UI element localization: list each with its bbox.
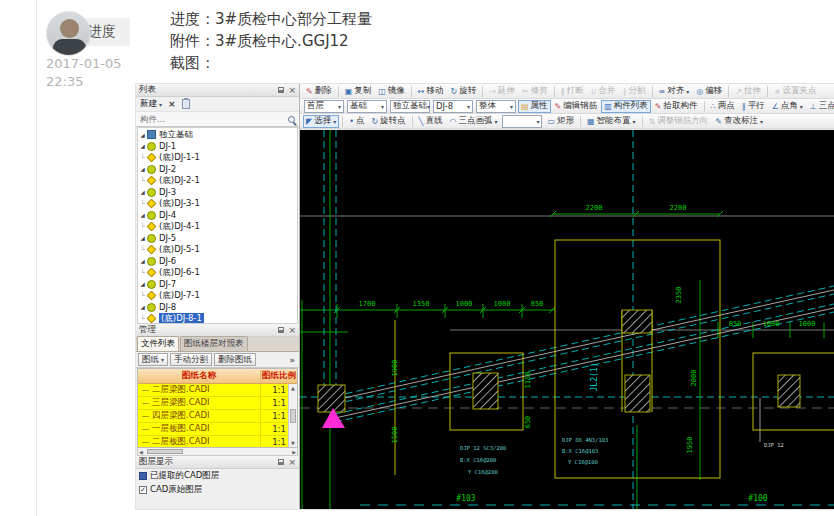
vertical-scrollbar[interactable]: ▲ ▼: [288, 384, 297, 447]
search-icon[interactable]: [288, 116, 295, 123]
toolbar-button-split[interactable]: ∤分割: [620, 85, 649, 98]
toolbar-button-point-angle[interactable]: ∠点角▾: [769, 100, 806, 113]
delete-component-button[interactable]: ×: [168, 99, 176, 109]
layer-option[interactable]: 已提取的CAD图层: [136, 469, 299, 483]
tree-child-item[interactable]: └(底)DJ-3-1: [138, 198, 297, 210]
pin-icon[interactable]: [278, 459, 284, 465]
tree-parent-item[interactable]: ◢DJ-8: [138, 302, 297, 314]
toolbar-button-line[interactable]: ╲直线: [416, 115, 446, 128]
tree-expander-icon[interactable]: ◢: [138, 132, 147, 138]
toolbar-button-offset[interactable]: ◎偏移: [693, 85, 725, 98]
toolbar-button-edit-annotation[interactable]: ✎查改标注▾: [712, 115, 766, 128]
toolbar-button-adjust-rebar[interactable]: ⇅调整钢筋方向: [646, 115, 712, 128]
tree-parent-item[interactable]: ◢DJ-6: [138, 256, 297, 268]
toolbar-button-rotate-point[interactable]: ↻旋转点: [368, 115, 408, 128]
toolbar-button-point[interactable]: •点: [346, 115, 367, 128]
cad-canvas[interactable]: 2200220017001350100010008508501000100023…: [300, 130, 834, 509]
tab-floor-mapping[interactable]: 图纸楼层对照表: [180, 336, 248, 351]
component-search-input[interactable]: [140, 114, 286, 124]
tree-root-item[interactable]: ◢独立基础: [138, 129, 297, 141]
checkbox-icon[interactable]: ✓: [139, 486, 147, 494]
toolbar-button-grip[interactable]: ∗设置夹点: [771, 85, 820, 98]
table-row[interactable]: 一层板图.CADI1:1: [138, 423, 297, 436]
tree-parent-item[interactable]: ◢DJ-2: [138, 164, 297, 176]
tree-expander-icon[interactable]: ◢: [138, 235, 147, 241]
pin-icon[interactable]: [278, 87, 284, 93]
tree-parent-item[interactable]: ◢DJ-4: [138, 210, 297, 222]
tree-child-item[interactable]: └(底)DJ-5-1: [138, 244, 297, 256]
scroll-right-icon[interactable]: ▶: [292, 449, 296, 455]
add-drawing-button[interactable]: 图纸 ▾: [138, 353, 168, 366]
avatar[interactable]: [46, 11, 91, 56]
toolbar-button-rotate[interactable]: ↻旋转: [448, 85, 480, 98]
tree-child-item[interactable]: └(底)DJ-8-1: [138, 313, 297, 324]
toolbar-button-extend[interactable]: →延伸: [486, 85, 518, 98]
tree-child-item[interactable]: └(底)DJ-1-1: [138, 152, 297, 164]
toolbar-button-trim[interactable]: ✂修剪: [519, 85, 551, 98]
toolbar-button-merge[interactable]: ∪合并: [588, 85, 619, 98]
toolbar-button-break[interactable]: ∦打断: [558, 85, 587, 98]
tree-parent-item[interactable]: ◢DJ-3: [138, 187, 297, 199]
toolbar-button-copy[interactable]: ▣复制: [342, 85, 375, 98]
manual-split-button[interactable]: 手动分割: [170, 353, 212, 366]
pin-icon[interactable]: [278, 327, 284, 333]
layer-select-combo[interactable]: 首层▾: [304, 100, 344, 113]
attachment-line[interactable]: 附件：3#质检中心.GGJ12: [170, 30, 372, 52]
delete-drawing-button[interactable]: 删除图纸: [214, 353, 256, 366]
close-icon[interactable]: ×: [288, 86, 296, 95]
tree-parent-item[interactable]: ◢DJ-1: [138, 141, 297, 153]
toolbar-button-properties[interactable]: ▤属性: [518, 100, 551, 113]
scrollbar-thumb[interactable]: [290, 409, 296, 423]
layer-option[interactable]: ✓CAD原始图层: [136, 483, 299, 497]
horizontal-scrollbar[interactable]: ◀ ▶: [137, 448, 298, 456]
table-row[interactable]: 二层梁图.CADI1:1: [138, 384, 297, 397]
tree-child-item[interactable]: └(底)DJ-2-1: [138, 175, 297, 187]
toolbar-button-align[interactable]: ≡对齐▾: [656, 85, 693, 98]
layer-select-combo[interactable]: 整体▾: [476, 100, 516, 113]
scroll-left-icon[interactable]: ◀: [139, 449, 143, 455]
tree-expander-icon[interactable]: ◢: [138, 258, 147, 264]
toolbar-button-pick[interactable]: ✎拾取构件: [652, 100, 701, 113]
scrollbar-thumb[interactable]: [147, 449, 183, 454]
toolbar-button-stretch[interactable]: ↗拉伸: [732, 85, 764, 98]
toolbar-button-two-point[interactable]: ∴两点: [708, 100, 738, 113]
toolbar-overflow-icon[interactable]: »: [289, 355, 297, 365]
toolbar-button-rect[interactable]: ▭矩形: [544, 115, 577, 128]
tree-child-item[interactable]: └(底)DJ-4-1: [138, 221, 297, 233]
tree-expander-icon[interactable]: ◢: [138, 304, 147, 310]
copy-component-icon[interactable]: [182, 99, 190, 109]
tree-child-item[interactable]: └(底)DJ-7-1: [138, 290, 297, 302]
toolbar-button-delete[interactable]: ✎删除: [303, 85, 335, 98]
toolbar-button-three-point-axis[interactable]: ⊥三点辅轴▾: [807, 100, 834, 113]
tree-parent-item[interactable]: ◢DJ-5: [138, 233, 297, 245]
layer-select-combo[interactable]: ▾: [502, 115, 542, 128]
checkbox-icon[interactable]: [139, 472, 147, 480]
toolbar-button-smart-layout[interactable]: ▦智能布置▾: [584, 115, 639, 128]
toolbar-button-edit-rebar[interactable]: ✎编辑钢筋: [552, 100, 601, 113]
layer-select-combo[interactable]: 独立基础▾: [390, 100, 430, 113]
tab-file-list[interactable]: 文件列表: [137, 336, 179, 351]
scroll-down-icon[interactable]: ▼: [291, 440, 295, 446]
tree-parent-item[interactable]: ◢DJ-7: [138, 279, 297, 291]
toolbar-button-arc[interactable]: ◠三点画弧▾: [446, 115, 500, 128]
new-component-button[interactable]: 新建 ▾: [140, 98, 162, 110]
tree-expander-icon[interactable]: ◢: [138, 143, 147, 149]
tree-expander-icon[interactable]: ◢: [138, 281, 147, 287]
table-row[interactable]: 四层梁图.CADI1:1: [138, 410, 297, 423]
close-icon[interactable]: ×: [288, 458, 296, 467]
table-row[interactable]: 三层梁图.CADI1:1: [138, 397, 297, 410]
tree-expander-icon[interactable]: ◢: [138, 189, 147, 195]
table-row[interactable]: 二层板图.CADI1:1: [138, 436, 297, 448]
tree-expander-icon[interactable]: ◢: [138, 166, 147, 172]
component-tree[interactable]: ◢独立基础◢DJ-1└(底)DJ-1-1◢DJ-2└(底)DJ-2-1◢DJ-3…: [137, 127, 298, 324]
toolbar-button-parallel[interactable]: ∥平行: [739, 100, 768, 113]
scroll-up-icon[interactable]: ▲: [291, 385, 295, 391]
toolbar-button-component-list[interactable]: ▥构件列表: [601, 100, 651, 113]
tree-expander-icon[interactable]: ◢: [138, 212, 147, 218]
toolbar-button-mirror[interactable]: ◫镜像: [375, 85, 408, 98]
tree-child-item[interactable]: └(底)DJ-6-1: [138, 267, 297, 279]
layer-select-combo[interactable]: DJ-8▾: [433, 100, 473, 113]
layer-select-combo[interactable]: 基础▾: [347, 100, 387, 113]
close-icon[interactable]: ×: [288, 326, 296, 335]
toolbar-button-move[interactable]: ↔移动: [415, 85, 447, 98]
